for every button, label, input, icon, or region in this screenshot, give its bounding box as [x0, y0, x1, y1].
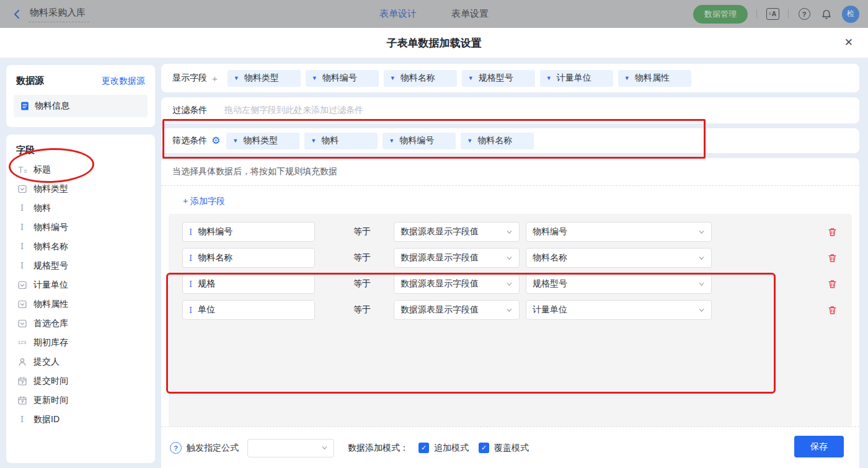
tab-form-settings[interactable]: 表单设置 — [451, 8, 489, 20]
rule-source-select[interactable]: 数据源表显示字段值 — [394, 300, 520, 320]
fields-title: 字段 — [6, 135, 155, 160]
data-add-mode-label: 数据添加模式： — [348, 443, 409, 454]
trash-icon[interactable] — [827, 253, 838, 263]
field-tag[interactable]: ▼物料属性 — [618, 70, 691, 87]
tag-label: 物料编号 — [322, 73, 357, 84]
filter-label: 过滤条件 — [172, 105, 207, 116]
caret-down-icon: ▼ — [624, 75, 630, 81]
trigger-formula-label: 触发指定公式 — [187, 443, 239, 454]
trash-icon[interactable] — [827, 279, 838, 289]
rule-value-select[interactable]: 物料编号 — [526, 222, 712, 242]
gear-icon[interactable]: ⚙ — [211, 136, 220, 146]
rule-operator: 等于 — [353, 226, 371, 237]
text-field-icon: I — [17, 241, 27, 252]
select-field-icon — [17, 299, 27, 309]
field-label: 计量单位 — [33, 280, 68, 291]
chevron-down-icon — [698, 255, 705, 262]
field-list-item[interactable]: I物料名称 — [6, 237, 155, 256]
help-circle-icon[interactable]: ? — [170, 442, 182, 454]
rule-value-select[interactable]: 物料名称 — [526, 248, 712, 268]
text-field-icon: I — [17, 222, 27, 232]
chevron-down-icon — [506, 229, 513, 236]
field-tag[interactable]: ▼物料名称 — [384, 70, 457, 87]
tag-label: 物料类型 — [243, 135, 278, 146]
field-tag[interactable]: ▼规格型号 — [462, 70, 535, 87]
caret-down-icon: ▼ — [311, 138, 316, 144]
field-list-item[interactable]: 更新时间 — [6, 391, 155, 410]
modal-footer: ? 触发指定公式 数据添加模式： ✓追加模式✓覆盖模式 保存 — [161, 426, 859, 468]
fields-card: 字段 标题物料类型I物料I物料编号I物料名称I规格型号计量单位物料属性首选仓库1… — [6, 135, 155, 463]
field-list-item[interactable]: 计量单位 — [6, 275, 155, 294]
caret-down-icon: ▼ — [312, 75, 317, 81]
save-button[interactable]: 保存 — [794, 436, 844, 457]
rule-source-value: 数据源表显示字段值 — [401, 252, 479, 263]
text-field-icon: I — [189, 254, 192, 263]
field-list-item[interactable]: I规格型号 — [6, 256, 155, 275]
rule-source-select[interactable]: 数据源表显示字段值 — [394, 248, 520, 268]
mode-checkbox-label: 追加模式 — [434, 443, 469, 454]
field-tag[interactable]: ▼物料编号 — [306, 70, 379, 87]
checkbox-checked-icon[interactable]: ✓ — [418, 443, 429, 453]
tab-form-design[interactable]: 表单设计 — [379, 8, 417, 20]
rule-source-select[interactable]: 数据源表显示字段值 — [394, 222, 520, 242]
tag-label: 规格型号 — [479, 73, 513, 84]
field-tag[interactable]: ▼物料类型 — [228, 70, 301, 87]
rule-row: I规格等于数据源表显示字段值规格型号 — [169, 274, 852, 294]
formula-select[interactable] — [247, 439, 334, 457]
field-label: 标题 — [33, 164, 51, 175]
field-tag[interactable]: ▼物料编号 — [383, 133, 456, 149]
rule-value-select[interactable]: 计量单位 — [526, 300, 712, 320]
field-list: 标题物料类型I物料I物料编号I物料名称I规格型号计量单位物料属性首选仓库123期… — [6, 160, 155, 429]
tag-label: 物料编号 — [399, 135, 434, 146]
field-list-item[interactable]: 标题 — [6, 160, 155, 179]
back-arrow-icon[interactable] — [11, 9, 22, 20]
field-list-item[interactable]: 提交人 — [6, 352, 155, 371]
add-field-link[interactable]: + 添加字段 — [183, 196, 225, 207]
data-manage-button[interactable]: 数据管理 — [693, 5, 748, 24]
field-list-item[interactable]: I数据ID — [6, 410, 155, 429]
field-list-item[interactable]: 提交时间 — [6, 371, 155, 391]
mode-checkbox-追加模式[interactable]: ✓追加模式 — [418, 443, 469, 454]
modal-title: 子表单数据加载设置 — [0, 28, 868, 58]
field-list-item[interactable]: 物料类型 — [6, 179, 155, 198]
rule-source-select[interactable]: 数据源表显示字段值 — [394, 274, 520, 294]
field-list-item[interactable]: I物料 — [6, 198, 155, 218]
translate-icon[interactable]: ≡A — [766, 7, 779, 21]
datasource-item[interactable]: 物料信息 — [14, 95, 148, 117]
field-list-item[interactable]: I物料编号 — [6, 218, 155, 237]
caret-down-icon: ▼ — [546, 75, 552, 81]
field-list-item[interactable]: 物料属性 — [6, 294, 155, 314]
rule-target-label: 单位 — [198, 304, 215, 316]
notification-bell-icon[interactable] — [820, 7, 833, 21]
filter-dropzone-placeholder[interactable]: 拖动左侧字段到此处来添加过滤条件 — [224, 105, 363, 116]
chevron-down-icon — [506, 281, 513, 288]
mode-checkbox-覆盖模式[interactable]: ✓覆盖模式 — [479, 443, 529, 454]
field-tag[interactable]: ▼物料类型 — [226, 133, 299, 149]
checkbox-checked-icon[interactable]: ✓ — [479, 443, 489, 453]
rule-value-select[interactable]: 规格型号 — [526, 274, 712, 294]
form-name[interactable]: 物料采购入库 — [29, 6, 89, 22]
field-tag[interactable]: ▼物料名称 — [461, 133, 534, 149]
rule-value-label: 计量单位 — [533, 304, 567, 316]
close-icon[interactable]: ✕ — [844, 36, 853, 49]
field-list-item[interactable]: 首选仓库 — [6, 314, 155, 333]
document-icon — [20, 101, 30, 111]
add-display-field-button[interactable]: + — [212, 73, 218, 84]
caret-down-icon: ▼ — [390, 75, 396, 81]
trash-icon[interactable] — [827, 305, 838, 316]
caret-down-icon: ▼ — [467, 138, 472, 144]
select-field-icon — [17, 280, 27, 290]
rule-source-value: 数据源表显示字段值 — [401, 304, 479, 316]
user-avatar[interactable]: 检 — [842, 6, 859, 23]
rules-panel: I物料编号等于数据源表显示字段值物料编号I物料名称等于数据源表显示字段值物料名称… — [169, 214, 852, 426]
field-list-item[interactable]: 123期初库存 — [6, 333, 155, 352]
change-datasource-link[interactable]: 更改数据源 — [102, 76, 145, 87]
trash-icon[interactable] — [827, 227, 838, 237]
display-fields-row: 显示字段 + ▼物料类型▼物料编号▼物料名称▼规格型号▼计量单位▼物料属性 — [161, 64, 859, 92]
rule-target-field: I单位 — [182, 300, 315, 320]
help-icon[interactable]: ? — [797, 7, 811, 21]
field-tag[interactable]: ▼物料 — [304, 133, 378, 149]
field-tag[interactable]: ▼计量单位 — [540, 70, 613, 87]
chevron-down-icon — [698, 281, 705, 288]
text-field-icon: I — [17, 414, 27, 425]
